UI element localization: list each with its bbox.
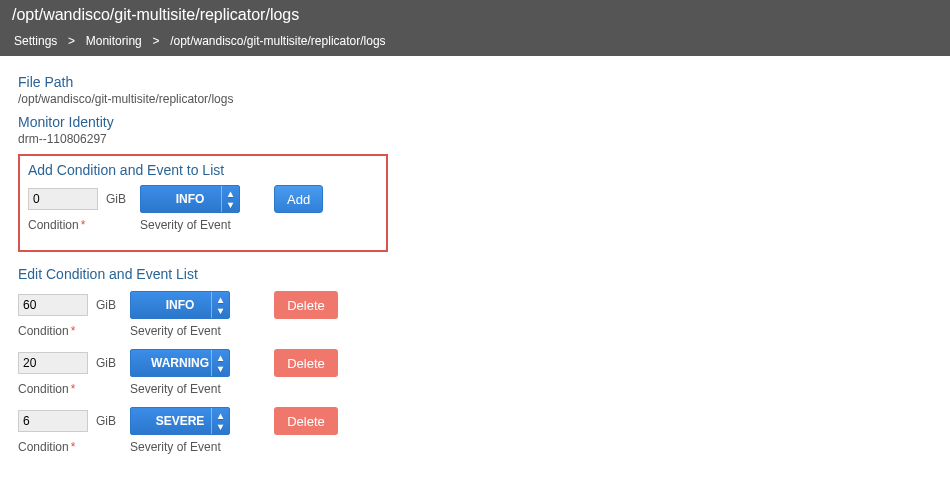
edit-severity-value: SEVERE <box>156 414 205 428</box>
caret-icon: ▴▾ <box>211 350 229 376</box>
delete-wrap: Delete <box>244 348 338 378</box>
edit-severity-label: Severity of Event <box>130 440 230 454</box>
add-condition-unit: GiB <box>106 192 126 206</box>
edit-condition-unit: GiB <box>96 356 116 370</box>
content: File Path /opt/wandisco/git-multisite/re… <box>0 56 950 474</box>
page-title: /opt/wandisco/git-multisite/replicator/l… <box>12 6 938 24</box>
header-bar: /opt/wandisco/git-multisite/replicator/l… <box>0 0 950 56</box>
edit-list-title: Edit Condition and Event List <box>18 266 932 282</box>
edit-severity-field: WARNING▴▾Severity of Event <box>130 348 230 396</box>
edit-severity-value: INFO <box>166 298 195 312</box>
edit-severity-value: WARNING <box>151 356 209 370</box>
edit-severity-field: SEVERE▴▾Severity of Event <box>130 406 230 454</box>
monitor-identity-label: Monitor Identity <box>18 114 932 130</box>
edit-row: GiBConditionSEVERE▴▾Severity of EventDel… <box>18 406 932 454</box>
breadcrumb: Settings > Monitoring > /opt/wandisco/gi… <box>12 34 938 48</box>
edit-condition-input[interactable] <box>18 352 88 374</box>
crumb-sep: > <box>65 34 79 48</box>
caret-icon: ▴▾ <box>211 408 229 434</box>
add-button-wrap: Add <box>254 184 323 214</box>
edit-condition-unit: GiB <box>96 414 116 428</box>
edit-row: GiBConditionINFO▴▾Severity of EventDelet… <box>18 290 932 338</box>
edit-severity-select[interactable]: SEVERE▴▾ <box>130 407 230 435</box>
delete-wrap: Delete <box>244 290 338 320</box>
delete-button[interactable]: Delete <box>274 291 338 319</box>
add-button[interactable]: Add <box>274 185 323 213</box>
edit-row: GiBConditionWARNING▴▾Severity of EventDe… <box>18 348 932 396</box>
edit-condition-unit: GiB <box>96 298 116 312</box>
crumb-current: /opt/wandisco/git-multisite/replicator/l… <box>170 34 385 48</box>
edit-condition-label: Condition <box>18 440 116 454</box>
delete-button[interactable]: Delete <box>274 407 338 435</box>
delete-wrap: Delete <box>244 406 338 436</box>
edit-condition-field: GiBCondition <box>18 290 116 338</box>
edit-condition-label: Condition <box>18 324 116 338</box>
edit-severity-select[interactable]: WARNING▴▾ <box>130 349 230 377</box>
monitor-identity-value: drm--110806297 <box>18 132 932 146</box>
edit-condition-field: GiBCondition <box>18 348 116 396</box>
add-severity-value: INFO <box>176 192 205 206</box>
file-path-value: /opt/wandisco/git-multisite/replicator/l… <box>18 92 932 106</box>
file-path-label: File Path <box>18 74 932 90</box>
caret-icon: ▴▾ <box>211 292 229 318</box>
crumb-settings[interactable]: Settings <box>14 34 57 48</box>
add-severity-field: INFO ▴▾ Severity of Event <box>140 184 240 232</box>
edit-severity-select[interactable]: INFO▴▾ <box>130 291 230 319</box>
crumb-monitoring[interactable]: Monitoring <box>86 34 142 48</box>
edit-condition-input[interactable] <box>18 410 88 432</box>
add-condition-title: Add Condition and Event to List <box>28 162 378 178</box>
edit-severity-label: Severity of Event <box>130 324 230 338</box>
crumb-sep: > <box>149 34 163 48</box>
edit-condition-input[interactable] <box>18 294 88 316</box>
add-condition-input[interactable] <box>28 188 98 210</box>
add-severity-label: Severity of Event <box>140 218 240 232</box>
edit-severity-label: Severity of Event <box>130 382 230 396</box>
edit-severity-field: INFO▴▾Severity of Event <box>130 290 230 338</box>
add-condition-box: Add Condition and Event to List GiB Cond… <box>18 154 388 252</box>
add-severity-select[interactable]: INFO ▴▾ <box>140 185 240 213</box>
caret-icon: ▴▾ <box>221 186 239 212</box>
edit-condition-field: GiBCondition <box>18 406 116 454</box>
edit-condition-label: Condition <box>18 382 116 396</box>
add-condition-label: Condition <box>28 218 126 232</box>
delete-button[interactable]: Delete <box>274 349 338 377</box>
add-condition-field: GiB Condition <box>28 184 126 232</box>
